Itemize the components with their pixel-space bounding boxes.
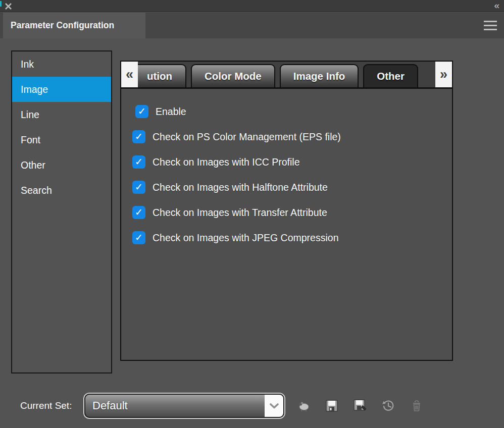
option-row-transfer-attribute: ✓ Check on Images with Transfer Attribut…: [121, 200, 452, 225]
check-icon: ✓: [138, 106, 146, 116]
tabs-row: ution Color Mode Image Info Other: [121, 62, 452, 87]
current-set-dropdown[interactable]: Default: [84, 394, 284, 418]
restore-history-icon[interactable]: [380, 398, 396, 414]
tab-color-mode[interactable]: Color Mode: [191, 64, 275, 87]
checkbox-icc-profile[interactable]: ✓: [132, 155, 145, 169]
option-row-jpeg-compression: ✓ Check on Images with JPEG Compression: [121, 225, 452, 250]
checkbox-enable[interactable]: ✓: [135, 105, 148, 118]
sidebar-item-other[interactable]: Other: [12, 152, 111, 178]
option-row-enable: ✓ Enable: [121, 99, 452, 124]
option-list: ✓ Enable ✓ Check on PS Color Management …: [121, 89, 452, 250]
settings-panel: ution Color Mode Image Info Other « » ✓ …: [120, 61, 453, 361]
option-label: Check on Images with Transfer Attribute: [153, 207, 327, 219]
window-edge-accent: [0, 1, 2, 7]
delete-set-icon[interactable]: [409, 398, 425, 414]
collapse-panel-icon[interactable]: «: [494, 0, 500, 12]
checkbox-jpeg-compression[interactable]: ✓: [132, 231, 145, 244]
checkbox-transfer-attribute[interactable]: ✓: [132, 206, 145, 219]
option-label: Check on Images with Halftone Attribute: [153, 182, 328, 193]
check-icon: ✓: [135, 233, 143, 242]
option-row-icc-profile: ✓ Check on Images with ICC Profile: [121, 149, 452, 175]
option-row-ps-color-management: ✓ Check on PS Color Management (EPS file…: [121, 124, 452, 149]
check-icon: ✓: [135, 207, 143, 217]
save-set-icon[interactable]: [324, 398, 340, 414]
sidebar-item-font[interactable]: Font: [12, 127, 111, 152]
panel-header: Parameter Configuration: [0, 13, 504, 38]
current-set-value: Default: [92, 395, 128, 417]
sidebar-item-search[interactable]: Search: [12, 178, 111, 203]
category-list: Ink Image Line Font Other Search: [11, 50, 112, 373]
option-label: Check on Images with ICC Profile: [153, 156, 300, 168]
option-label: Enable: [156, 106, 186, 118]
sidebar-item-line[interactable]: Line: [12, 102, 111, 127]
tab-scroll-left-icon[interactable]: «: [121, 62, 138, 87]
chevron-down-icon: [265, 395, 283, 417]
option-row-halftone-attribute: ✓ Check on Images with Halftone Attribut…: [121, 175, 452, 200]
sidebar-item-ink[interactable]: Ink: [12, 51, 111, 77]
clone-set-icon[interactable]: [295, 398, 312, 414]
current-set-label: Current Set:: [20, 400, 72, 411]
tab-scroll-right-icon[interactable]: »: [435, 62, 452, 87]
panel-title: Parameter Configuration: [11, 20, 114, 31]
tab-image-info[interactable]: Image Info: [280, 64, 359, 87]
sidebar-item-image[interactable]: Image: [12, 77, 111, 102]
title-bar: «: [0, 0, 504, 12]
save-set-as-icon[interactable]: [352, 398, 368, 414]
panel-title-tab[interactable]: Parameter Configuration: [3, 13, 145, 38]
check-icon: ✓: [135, 182, 143, 192]
tab-other[interactable]: Other: [363, 64, 418, 87]
check-icon: ✓: [135, 132, 143, 141]
option-label: Check on Images with JPEG Compression: [153, 232, 338, 244]
panel-menu-icon[interactable]: [484, 21, 497, 30]
check-icon: ✓: [135, 157, 143, 167]
close-icon[interactable]: [4, 2, 13, 11]
option-label: Check on PS Color Management (EPS file): [153, 131, 341, 143]
checkbox-ps-color-management[interactable]: ✓: [132, 130, 145, 143]
checkbox-halftone-attribute[interactable]: ✓: [132, 181, 145, 194]
tab-strip: ution Color Mode Image Info Other « »: [121, 62, 452, 89]
